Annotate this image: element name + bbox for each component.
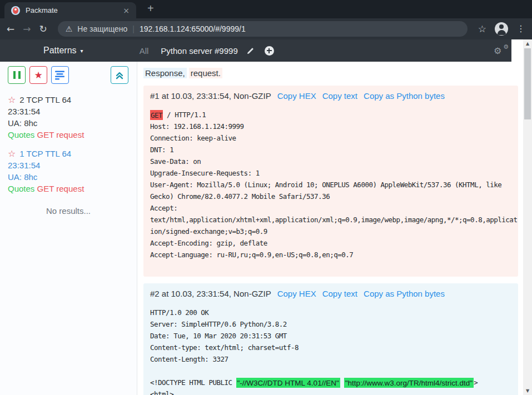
tag-quotes: Quotes [8, 130, 34, 139]
url-divider: | [132, 24, 135, 33]
code-line: GET / HTTP/1.1 [150, 109, 511, 121]
packet-title: #1 at 10.03, 23:31:54, Non-GZIP [150, 90, 271, 102]
code-line: Gecko) Chrome/82.0.4077.2 Mobile Safari/… [150, 191, 511, 202]
sidebar-toolbar: ★ [8, 66, 128, 84]
browser-tab-bar: Packmate × + [0, 0, 532, 18]
copy-python-link[interactable]: Copy as Python bytes [364, 288, 445, 299]
edit-pencil-icon[interactable] [246, 47, 255, 55]
copy-python-link[interactable]: Copy as Python bytes [364, 90, 445, 102]
caret-down-icon: ▾ [81, 48, 83, 54]
url-text[interactable]: 192.168.1.124:65000/#/9999/1 [140, 24, 246, 33]
code-text: HTTP/1.0 200 OK [150, 308, 208, 317]
pause-icon [13, 71, 21, 79]
security-label[interactable]: Не защищено [77, 24, 127, 33]
code-line: Accept-Encoding: gzip, deflate [150, 237, 511, 249]
tab-service-name[interactable]: Python server #9999 [161, 46, 237, 56]
code-text: Accept: [150, 204, 177, 212]
code-text: Gecko) Chrome/82.0.4077.2 Mobile Safari/… [150, 192, 330, 201]
highlight-red: GET [150, 110, 163, 120]
code-line: Accept-Language: ru-RU,ru;q=0.9,en-US;q=… [150, 249, 511, 261]
profile-avatar-icon[interactable] [495, 22, 508, 36]
stream-time: 23:31:54 [8, 159, 133, 171]
summary-response: Response, [143, 68, 187, 78]
code-text: / HTTP/1.1 [163, 111, 206, 119]
favorite-star-icon[interactable]: ☆ [8, 96, 16, 104]
reload-icon[interactable]: ↻ [39, 24, 47, 34]
stream-sidebar: ★ ☆ 2 TCP TTL 64 [0, 62, 137, 395]
forward-icon[interactable]: → [23, 24, 31, 34]
code-text: <html> [150, 390, 173, 395]
code-line: <html> [150, 388, 511, 395]
code-line: Date: Tue, 10 Mar 2020 20:31:53 GMT [150, 330, 511, 342]
code-text: Date: Tue, 10 Mar 2020 20:31:53 GMT [150, 332, 287, 340]
code-line [150, 365, 511, 377]
stream-list-item[interactable]: ☆ 2 TCP TTL 64 23:31:54 UA: 8hc Quotes G… [8, 94, 133, 141]
add-service-icon[interactable] [265, 46, 274, 56]
code-text: Save-Data: on [150, 157, 201, 166]
settings-gears-icon[interactable]: ⚙ ⚙ [494, 43, 509, 58]
stream-ua: UA: 8hc [8, 171, 133, 183]
code-text: User-Agent: Mozilla/5.0 (Linux; Android … [150, 181, 501, 189]
code-text: ion/signed-exchange;v=b3;q=0.9 [150, 227, 267, 236]
code-line: text/html,application/xhtml+xml,applicat… [150, 214, 511, 226]
app-header: Patterns ▾ All Python server #9999 ⚙ ⚙ [0, 39, 511, 62]
new-tab-button[interactable]: + [143, 1, 158, 16]
page-scrollbar[interactable]: ▲ ▼ [523, 39, 532, 395]
stream-list-item[interactable]: ☆ 1 TCP TTL 64 23:31:54 UA: 8hc Quotes G… [8, 148, 133, 194]
code-line: Server: SimpleHTTP/0.6 Python/3.8.2 [150, 318, 511, 330]
highlight-green: "-//W3C//DTD HTML 4.01//EN" [236, 378, 340, 388]
align-left-icon [55, 71, 65, 80]
packet-header: #2 at 10.03, 23:31:54, Non-GZIP Copy HEX… [150, 288, 511, 299]
tag-get-request: GET request [37, 184, 84, 193]
chevrons-up-icon [116, 71, 123, 79]
code-text: Connection: keep-alive [150, 134, 236, 142]
browser-tab[interactable]: Packmate × [4, 2, 136, 18]
scroll-up-arrow[interactable]: ▲ [523, 39, 532, 48]
scroll-down-arrow[interactable]: ▼ [523, 387, 532, 395]
packet-body: HTTP/1.0 200 OKServer: SimpleHTTP/0.6 Py… [150, 307, 511, 395]
code-text: <!DOCTYPE HTML PUBLIC [150, 378, 236, 387]
tab-all-streams[interactable]: All [140, 46, 149, 56]
packet-body: GET / HTTP/1.1Host: 192.168.1.124:9999Co… [150, 109, 511, 272]
stream-title: 1 TCP TTL 64 [19, 148, 71, 159]
copy-hex-link[interactable]: Copy HEX [277, 90, 316, 102]
favorite-star-icon[interactable]: ☆ [8, 149, 16, 158]
back-icon[interactable]: ← [7, 24, 14, 34]
address-bar[interactable]: ⚠ Не защищено | 192.168.1.124:65000/#/99… [58, 21, 468, 37]
packmate-favicon [11, 6, 20, 15]
favorites-filter-button[interactable]: ★ [29, 66, 47, 84]
browser-toolbar: ← → ↻ ⚠ Не защищено | 192.168.1.124:6500… [0, 18, 532, 39]
pause-button[interactable] [8, 66, 26, 84]
code-text: Server: SimpleHTTP/0.6 Python/3.8.2 [150, 320, 287, 328]
filter-summary: Response,request. [143, 68, 523, 79]
stream-title: 2 TCP TTL 64 [19, 94, 71, 106]
code-line: Save-Data: on [150, 156, 511, 167]
patterns-dropdown[interactable]: Patterns ▾ [43, 46, 83, 56]
code-text: Content-Length: 3327 [150, 355, 228, 363]
copy-text-link[interactable]: Copy text [322, 90, 357, 102]
packet-card-request: #1 at 10.03, 23:31:54, Non-GZIP Copy HEX… [143, 86, 518, 277]
stream-time: 23:31:54 [8, 106, 133, 117]
tab-title: Packmate [26, 6, 121, 14]
close-tab-icon[interactable]: × [121, 6, 132, 15]
bookmark-star-icon[interactable]: ☆ [478, 24, 486, 34]
code-text: Upgrade-Insecure-Requests: 1 [150, 169, 260, 177]
no-results-label: No results... [8, 205, 133, 217]
not-secure-warning-icon[interactable]: ⚠ [66, 24, 73, 33]
code-line: <!DOCTYPE HTML PUBLIC "-//W3C//DTD HTML … [150, 377, 511, 388]
code-text: > [474, 378, 478, 387]
code-line: Connection: keep-alive [150, 132, 511, 144]
summary-request: request. [189, 68, 222, 78]
collapse-button[interactable] [111, 66, 128, 84]
code-line: Upgrade-Insecure-Requests: 1 [150, 167, 511, 179]
patterns-label: Patterns [43, 46, 77, 56]
text-filter-button[interactable] [51, 66, 69, 84]
code-text: Host: 192.168.1.124:9999 [150, 122, 244, 131]
code-line: User-Agent: Mozilla/5.0 (Linux; Android … [150, 179, 511, 191]
scroll-thumb[interactable] [524, 48, 531, 119]
copy-hex-link[interactable]: Copy HEX [277, 288, 316, 299]
highlight-green: "http://www.w3.org/TR/html4/strict.dtd" [344, 378, 474, 388]
browser-menu-icon[interactable]: ⋮ [516, 24, 525, 33]
copy-text-link[interactable]: Copy text [322, 288, 357, 299]
packet-view: Response,request. #1 at 10.03, 23:31:54,… [138, 62, 523, 395]
